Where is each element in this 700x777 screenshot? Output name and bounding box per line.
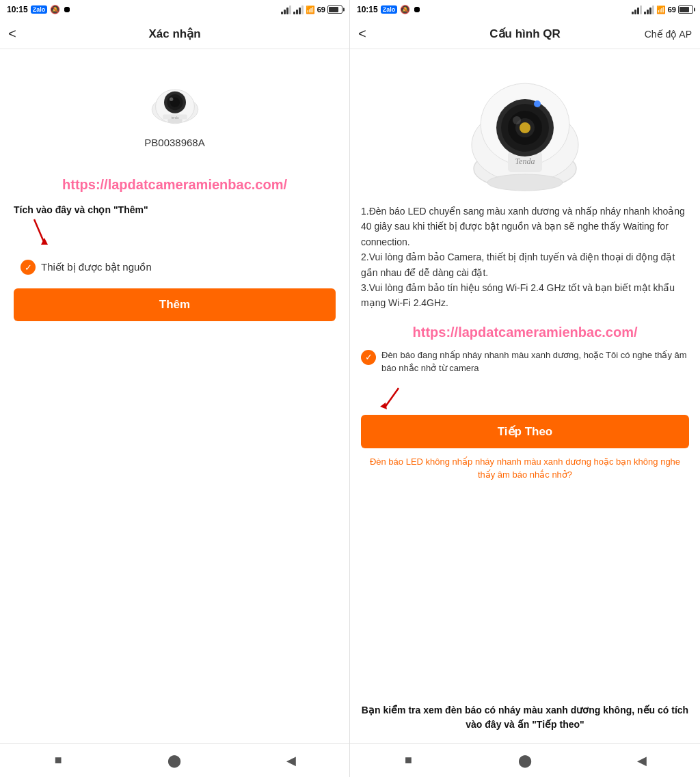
left-camera-image: tenda [141, 70, 209, 131]
next-button-container: Tiếp Theo [361, 385, 689, 455]
left-arrow-area [27, 216, 336, 250]
right-wifi-icon: 📶 [656, 5, 666, 14]
right-header: < Cấu hình QR Chế độ AP [350, 19, 700, 49]
device-id-label: PB0038968A [144, 137, 204, 148]
right-main-content: Tenda 1.Đèn báo LED chuyển sang màu xanh… [350, 49, 700, 743]
left-status-bar: 10:15 Zalo 🔕 ⏺ 📶 69 [0, 0, 349, 19]
right-signal2-icon [644, 5, 654, 14]
left-battery-label: 69 [317, 5, 325, 14]
left-header-title: Xác nhận [148, 27, 200, 41]
right-nav-back-icon[interactable]: ◀ [632, 751, 651, 770]
svg-point-22 [487, 174, 563, 191]
right-watermark-url: https://lapdatcameramienbac.com/ [361, 325, 689, 340]
left-back-button[interactable]: < [8, 26, 16, 42]
right-battery-label: 69 [668, 5, 676, 14]
left-battery-icon [327, 5, 342, 14]
left-signal2-icon [293, 5, 304, 14]
left-nav-square-icon[interactable]: ■ [49, 751, 68, 770]
right-arrow-svg [361, 385, 416, 412]
right-header-title: Cấu hình QR [489, 27, 560, 41]
svg-point-20 [534, 100, 541, 107]
svg-point-19 [513, 116, 521, 124]
right-nav-home-icon[interactable]: ⬤ [515, 751, 535, 770]
right-nav-bar: ■ ⬤ ◀ [350, 743, 700, 777]
left-header: < Xác nhận [0, 19, 349, 49]
svg-point-21 [520, 122, 530, 133]
right-checkbox-label: Đèn báo đang nhấp nháy nhanh màu xanh dư… [381, 349, 689, 375]
right-checkbox-inner: ✓ Đèn báo đang nhấp nháy nhanh màu xanh … [361, 349, 689, 375]
left-zalo-badge: Zalo [31, 5, 48, 14]
right-checkbox-section[interactable]: ✓ Đèn báo đang nhấp nháy nhanh màu xanh … [361, 349, 689, 375]
left-record-icon: ⏺ [63, 5, 71, 14]
instructions-line2: 2.Vui lòng đảm bảo Camera, thiết bị định… [361, 251, 675, 277]
left-nav-bar: ■ ⬤ ◀ [0, 743, 349, 777]
right-ap-mode-button[interactable]: Chế độ AP [645, 29, 692, 40]
right-content-area: Tenda 1.Đèn báo LED chuyển sang màu xanh… [350, 49, 700, 743]
right-alarm-icon: 🔕 [400, 5, 410, 14]
right-instructions-text: 1.Đèn báo LED chuyển sang màu xanh dương… [361, 204, 689, 311]
right-panel: 10:15 Zalo 🔕 ⏺ 📶 69 [350, 0, 700, 777]
instructions-line3: 3.Vui lòng đảm bảo tín hiệu sóng Wi-Fi 2… [361, 282, 675, 308]
right-camera-image: Tenda [361, 63, 689, 193]
left-arrow-svg [27, 216, 68, 250]
right-bottom-annotation: Bạn kiểm tra xem đèn báo có nháy màu xan… [361, 703, 689, 732]
left-time: 10:15 [7, 5, 28, 14]
left-panel: 10:15 Zalo 🔕 ⏺ 📶 69 [0, 0, 350, 777]
add-button[interactable]: Thêm [14, 288, 336, 321]
right-status-left: 10:15 Zalo 🔕 ⏺ [357, 5, 421, 14]
left-status-right: 📶 69 [281, 5, 342, 14]
svg-line-9 [34, 219, 44, 243]
svg-point-5 [170, 98, 173, 101]
left-annotation-container: Tích vào đây và chọn "Thêm" [14, 204, 336, 250]
left-status-left: 10:15 Zalo 🔕 ⏺ [7, 5, 71, 14]
left-nav-back-icon[interactable]: ◀ [282, 751, 301, 770]
svg-marker-25 [380, 403, 387, 409]
left-checkbox-label: Thiết bị được bật nguồn [41, 261, 152, 273]
instructions-line1: 1.Đèn báo LED chuyển sang màu xanh dương… [361, 206, 685, 247]
svg-text:Tenda: Tenda [515, 156, 535, 166]
right-zalo-badge: Zalo [381, 5, 398, 14]
left-nav-home-icon[interactable]: ⬤ [165, 751, 184, 770]
tiep-theo-button[interactable]: Tiếp Theo [361, 415, 689, 448]
svg-line-24 [385, 388, 399, 407]
right-status-right: 📶 69 [632, 5, 693, 14]
left-checkbox-icon: ✓ [21, 260, 36, 275]
left-signal1-icon [281, 5, 291, 14]
right-red-arrows [361, 385, 689, 412]
left-watermark-url: https://lapdatcameramienbac.com/ [62, 176, 287, 193]
right-checkbox-icon: ✓ [361, 350, 376, 365]
right-battery-icon [678, 5, 693, 14]
right-status-bar: 10:15 Zalo 🔕 ⏺ 📶 69 [350, 0, 700, 19]
left-alarm-icon: 🔕 [50, 5, 60, 14]
right-back-button[interactable]: < [358, 26, 366, 42]
left-annotation-text: Tích vào đây và chọn "Thêm" [14, 204, 148, 215]
svg-text:tenda: tenda [171, 116, 179, 120]
right-signal1-icon [632, 5, 642, 14]
right-record-icon: ⏺ [413, 5, 421, 14]
right-time: 10:15 [357, 5, 378, 14]
left-main-content: tenda PB0038968A https://lapdatcameramie… [0, 49, 349, 743]
left-checkbox-row[interactable]: ✓ Thiết bị được bật nguồn [21, 260, 152, 275]
left-content-area: tenda PB0038968A https://lapdatcameramie… [0, 49, 349, 743]
right-warning-text: Đèn báo LED không nhấp nháy nhanh màu xa… [361, 455, 689, 482]
left-wifi-icon: 📶 [306, 5, 315, 14]
right-nav-square-icon[interactable]: ■ [399, 751, 418, 770]
